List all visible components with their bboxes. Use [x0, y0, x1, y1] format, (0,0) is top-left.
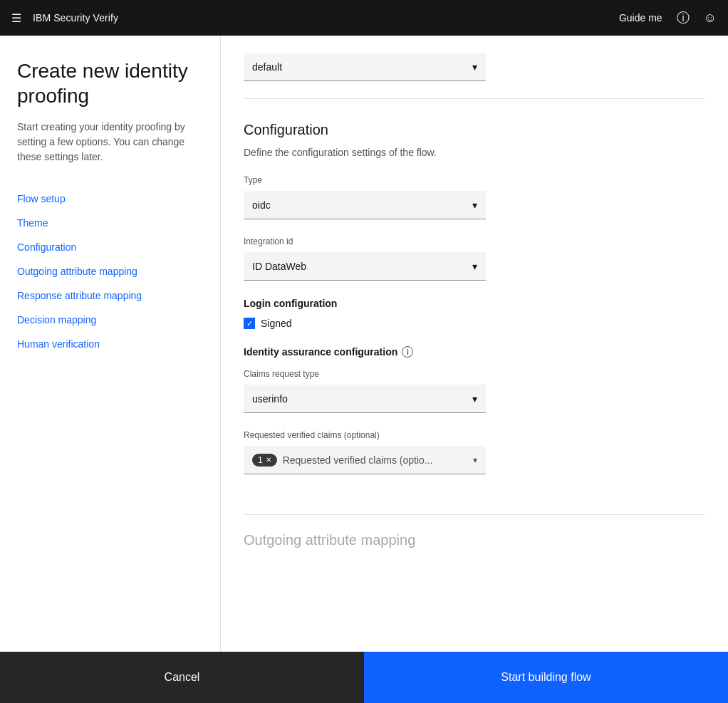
- topnav-right: Guide me ⓘ ☺: [619, 9, 717, 26]
- sidebar-nav: Flow setup Theme Configuration Outgoing …: [17, 187, 203, 355]
- hamburger-icon[interactable]: ☰: [11, 11, 21, 25]
- outgoing-title: Outgoing attribute mapping: [244, 532, 705, 548]
- topnav-left: ☰ IBM Security Verify: [11, 11, 118, 25]
- identity-assurance-text: Identity assurance configuration: [244, 346, 397, 358]
- claims-request-type-chevron-icon: ▾: [472, 393, 477, 405]
- app-title: IBM Security Verify: [33, 12, 118, 24]
- claims-request-type-dropdown[interactable]: userinfo ▾: [244, 385, 486, 413]
- config-description: Define the configuration settings of the…: [244, 147, 705, 158]
- integration-id-dropdown[interactable]: ID DataWeb ▾: [244, 252, 486, 281]
- identity-assurance-field-group: Identity assurance configuration i Claim…: [244, 346, 705, 474]
- checkbox-check-icon: ✓: [246, 319, 253, 328]
- page-title: Create new identity proofing: [17, 58, 203, 108]
- verified-claims-label: Requested verified claims (optional): [244, 430, 705, 440]
- user-icon[interactable]: ☺: [704, 11, 717, 26]
- claims-request-type-value: userinfo: [252, 393, 288, 405]
- sidebar-item-theme[interactable]: Theme: [17, 212, 203, 234]
- theme-chevron-icon: ▾: [472, 61, 477, 73]
- sidebar-item-outgoing-attribute-mapping[interactable]: Outgoing attribute mapping: [17, 260, 203, 283]
- main-layout: Create new identity proofing Start creat…: [0, 36, 728, 703]
- login-config-field-group: Login configuration ✓ Signed: [244, 298, 705, 329]
- sidebar-item-flow-setup[interactable]: Flow setup: [17, 187, 203, 210]
- help-icon[interactable]: ⓘ: [677, 9, 690, 26]
- verified-claims-chevron-icon: ▾: [473, 455, 477, 465]
- identity-assurance-label: Identity assurance configuration i: [244, 346, 705, 358]
- theme-dropdown-value: default: [252, 61, 282, 73]
- sidebar-item-response-attribute-mapping[interactable]: Response attribute mapping: [17, 284, 203, 307]
- topnav: ☰ IBM Security Verify Guide me ⓘ ☺: [0, 0, 728, 36]
- claims-request-type-field-group: Claims request type userinfo ▾: [244, 369, 705, 413]
- theme-dropdown[interactable]: default ▾: [244, 53, 486, 81]
- outgoing-section: Outgoing attribute mapping: [244, 515, 705, 548]
- theme-section: default ▾: [244, 36, 705, 99]
- signed-label: Signed: [261, 318, 292, 329]
- verified-claims-field-group: Requested verified claims (optional) 1 ✕…: [244, 430, 705, 474]
- signed-checkbox[interactable]: ✓: [244, 318, 255, 329]
- main-content: default ▾ Configuration Define the confi…: [221, 36, 728, 703]
- type-label: Type: [244, 175, 705, 185]
- integration-id-chevron-icon: ▾: [472, 261, 477, 272]
- configuration-section: Configuration Define the configuration s…: [244, 99, 705, 514]
- sidebar-item-decision-mapping[interactable]: Decision mapping: [17, 308, 203, 331]
- cancel-button[interactable]: Cancel: [0, 652, 364, 703]
- type-chevron-icon: ▾: [472, 199, 477, 211]
- type-dropdown[interactable]: oidc ▾: [244, 191, 486, 219]
- claims-request-type-label: Claims request type: [244, 369, 705, 379]
- type-field-group: Type oidc ▾: [244, 175, 705, 219]
- integration-id-field-group: Integration id ID DataWeb ▾: [244, 236, 705, 281]
- sidebar-item-configuration[interactable]: Configuration: [17, 236, 203, 259]
- start-building-flow-button[interactable]: Start building flow: [364, 652, 728, 703]
- sidebar: Create new identity proofing Start creat…: [0, 36, 221, 703]
- signed-checkbox-row: ✓ Signed: [244, 318, 705, 329]
- type-value: oidc: [252, 199, 271, 211]
- verified-claims-multiselect[interactable]: 1 ✕ Requested verified claims (optio... …: [244, 446, 486, 474]
- sidebar-item-human-verification[interactable]: Human verification: [17, 333, 203, 355]
- config-title: Configuration: [244, 122, 705, 138]
- guide-me-label[interactable]: Guide me: [619, 12, 662, 24]
- login-config-heading: Login configuration: [244, 298, 705, 309]
- integration-id-value: ID DataWeb: [252, 261, 306, 272]
- integration-id-label: Integration id: [244, 236, 705, 246]
- verified-claims-tag: 1 ✕: [252, 454, 277, 467]
- verified-claims-placeholder: Requested verified claims (optio...: [283, 454, 467, 466]
- bottom-spacer: [244, 548, 705, 605]
- bottom-bar: Cancel Start building flow: [0, 652, 728, 703]
- info-icon[interactable]: i: [402, 346, 413, 358]
- page-description: Start creating your identity proofing by…: [17, 120, 203, 165]
- tag-close-icon[interactable]: ✕: [266, 456, 271, 464]
- tag-count: 1: [258, 455, 263, 465]
